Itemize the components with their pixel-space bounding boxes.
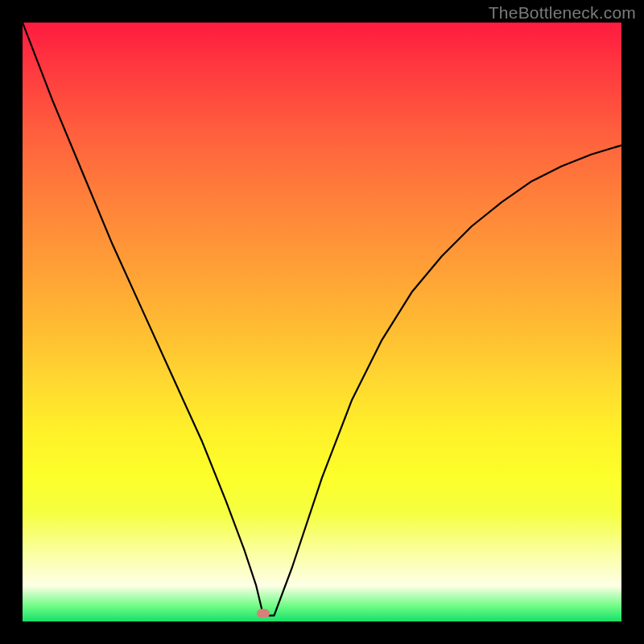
- optimum-marker: [257, 609, 270, 618]
- chart-frame: TheBottleneck.com: [0, 0, 644, 644]
- bottleneck-curve: [23, 23, 621, 621]
- plot-area: [23, 23, 621, 621]
- watermark-text: TheBottleneck.com: [489, 3, 636, 23]
